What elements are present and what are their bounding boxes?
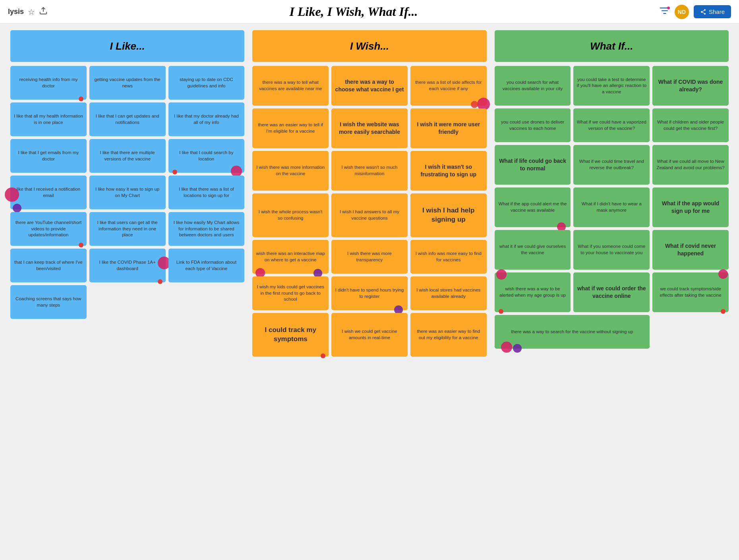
column-like: I Like... receiving health info from my … xyxy=(8,30,247,357)
like-note-3: staying up to date on CDC guidelines and… xyxy=(168,66,245,100)
header-left: lysis ☆ xyxy=(8,6,48,17)
column-wish: I Wish... there was a way to tell what v… xyxy=(250,30,489,357)
svg-point-1 xyxy=(667,7,670,10)
wish-note-15: I wish info was more easy to find for va… xyxy=(410,240,487,274)
wish-note-21: there was an easier way to find out my e… xyxy=(410,313,487,357)
whatif-note-9: What if we could all move to New Zealand… xyxy=(652,145,729,185)
like-note-7: I like that I get emails from my doctor xyxy=(10,139,87,173)
wish-note-16: I wish my kids could get vaccines in the… xyxy=(252,276,329,310)
whatif-note-11: What if I didn't have to wear a mask any… xyxy=(573,187,650,227)
whatif-note-15: What if covid never happened xyxy=(652,230,729,270)
wish-note-12: I wish I had help signing up xyxy=(410,193,487,237)
svg-point-3 xyxy=(701,11,702,13)
wish-note-11: I wish I had answers to all my vaccine q… xyxy=(331,193,408,237)
wish-header: I Wish... xyxy=(252,30,486,62)
avatar[interactable]: ND xyxy=(675,5,689,19)
wish-note-4: there was an easier way to tell if I'm e… xyxy=(252,108,329,148)
whatif-note-10: What if the app could alert me the vacci… xyxy=(495,187,571,227)
star-button[interactable]: ☆ xyxy=(28,7,35,17)
like-note-19: Coaching screens that says how many step… xyxy=(10,285,87,319)
wish-note-7: I wish there was more information on the… xyxy=(252,151,329,191)
whatif-note-16: wish there was a way to be alerted when … xyxy=(495,272,571,312)
whatif-notes-grid: you could search for what vaccines avail… xyxy=(495,66,729,349)
wish-note-17: I didn't have to spend hours trying to r… xyxy=(331,276,408,310)
whatif-note-2: you could take a test to determine if yo… xyxy=(573,66,650,106)
whatif-note-18: we could track symptoms/side effects aft… xyxy=(652,272,729,312)
like-note-15: I like how easily My Chart allows for in… xyxy=(168,212,245,246)
like-note-2: getting vaccine updates from the news xyxy=(89,66,166,100)
svg-point-4 xyxy=(704,13,706,14)
whatif-note-13: what it if we could give ourselves the v… xyxy=(495,230,571,270)
wish-note-2: there was a way to choose what vaccine I… xyxy=(331,66,408,106)
whatif-note-1: you could search for what vaccines avail… xyxy=(495,66,571,106)
like-notes-grid: receiving health info from my doctor get… xyxy=(10,66,244,319)
wish-note-9: I wish it wasn't so frustrating to sign … xyxy=(410,151,487,191)
like-note-16: that I can keep track of where I've been… xyxy=(10,249,87,282)
like-note-12: I like that there was a list of location… xyxy=(168,176,245,209)
whatif-note-4: you could use drones to deliver vaccines… xyxy=(495,108,571,142)
page-title: I Like, I Wish, What If... xyxy=(48,4,660,19)
column-whatif: What If... you could search for what vac… xyxy=(492,30,731,357)
like-note-4: I like that all my health information is… xyxy=(10,102,87,136)
whatif-note-3: What if COVID was done already? xyxy=(652,66,729,106)
wish-note-1: there was a way to tell what vaccines ar… xyxy=(252,66,329,106)
wish-note-10: I wish the whole process wasn't so confu… xyxy=(252,193,329,237)
like-note-17: I like the COVID Phase 1A+ dashboard xyxy=(89,249,166,282)
wish-note-13: wish there was an interactive map on whe… xyxy=(252,240,329,274)
wish-note-20: I wish we could get vaccine amounts in r… xyxy=(331,313,408,357)
like-note-9: I like that I could search by location xyxy=(168,139,245,173)
wish-note-3: there was a list of side affects for eac… xyxy=(410,66,487,106)
like-note-13: there are YouTube channel/short videos t… xyxy=(10,212,87,246)
whatif-note-7: What if life could go back to normal xyxy=(495,145,571,185)
like-note-1: receiving health info from my doctor xyxy=(10,66,87,100)
like-header: I Like... xyxy=(10,30,244,62)
whatif-note-12: What if the app would sign up for me xyxy=(652,187,729,227)
like-note-18: Link to FDA information about each type … xyxy=(168,249,245,282)
app-name: lysis xyxy=(8,8,24,16)
whatif-note-6: What if children and older people could … xyxy=(652,108,729,142)
wish-notes-grid: there was a way to tell what vaccines ar… xyxy=(252,66,486,357)
like-note-8: I like that there are multiple versions … xyxy=(89,139,166,173)
wish-note-6: I wish it were more user friendly xyxy=(410,108,487,148)
whatif-note-19: there was a way to search for the vaccin… xyxy=(495,315,650,349)
whatif-note-14: What if you someone could come to your h… xyxy=(573,230,650,270)
like-note-10: like that I received a notification emai… xyxy=(10,176,87,209)
wish-note-8: I wish there wasn't so much misinformati… xyxy=(331,151,408,191)
whatif-note-8: What if we could time travel and reverse… xyxy=(573,145,650,185)
filter-button[interactable] xyxy=(660,6,670,17)
like-note-5: I like that I can get updates and notifi… xyxy=(89,102,166,136)
header-right: ND Share xyxy=(660,5,731,19)
whatif-note-17: what if we could order the vaccine onlin… xyxy=(573,272,650,312)
whatif-header: What If... xyxy=(495,30,729,62)
whatif-note-5: What if we could have a vaporized versio… xyxy=(573,108,650,142)
svg-point-2 xyxy=(704,9,706,11)
share-button[interactable]: Share xyxy=(694,5,731,18)
like-note-11: I like how easy it was to sign up on My … xyxy=(89,176,166,209)
upload-button[interactable] xyxy=(39,6,48,17)
like-note-14: I like that users can get all the inform… xyxy=(89,212,166,246)
svg-line-6 xyxy=(702,10,704,12)
wish-note-18: I wish local stores had vaccines availab… xyxy=(410,276,487,310)
board: I Like... receiving health info from my … xyxy=(0,24,739,363)
wish-note-19: I could track my symptoms xyxy=(252,313,329,357)
like-note-6: I like that my doctor already had all of… xyxy=(168,102,245,136)
svg-line-5 xyxy=(702,12,704,14)
wish-note-14: I wish there was more transparency xyxy=(331,240,408,274)
wish-note-5: I wish the website was more easily searc… xyxy=(331,108,408,148)
